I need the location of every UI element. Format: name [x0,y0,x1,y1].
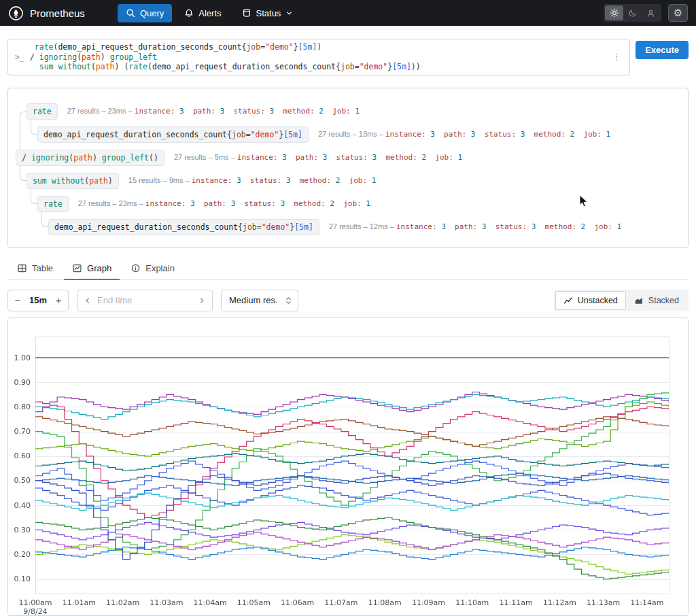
bell-icon [184,8,194,18]
nav-status-label: Status [256,8,281,18]
unstacked-label: Unstacked [578,296,618,305]
resolution-value: Medium res. [229,295,278,305]
time-back-button[interactable] [84,296,92,305]
graph-icon [72,263,82,273]
nav-item-status[interactable]: Status [234,4,302,22]
query-tree: rate27 results – 23ms – instance: 3 path… [8,88,688,247]
info-icon [130,263,141,273]
tree-node[interactable]: rate [37,196,69,212]
brand[interactable]: Prometheus [8,5,85,21]
light-theme-button[interactable] [605,5,623,20]
expression-input[interactable]: rate(demo_api_request_duration_seconds_c… [30,42,605,72]
node-stats: 27 results – 13ms – instance: 3 path: 3 … [318,130,620,139]
node-stats: 27 results – 23ms – instance: 3 path: 3 … [78,199,380,208]
graph-canvas[interactable] [8,318,688,615]
node-stats: 27 results – 12ms – instance: 3 path: 3 … [329,222,631,231]
graph-panel [7,318,689,616]
select-chevrons-icon [285,296,292,305]
sun-icon [610,8,619,18]
stacked-label: Stacked [648,296,679,305]
node-stats: 27 results – 5ms – instance: 3 path: 3 s… [174,153,471,162]
tab-graph-label: Graph [87,263,111,273]
stacked-button[interactable]: Stacked [626,291,687,310]
nav-query-label: Query [140,8,164,18]
top-navbar: Prometheus Query Alerts [0,0,696,26]
result-tabs: Table Graph Explain [7,258,689,280]
query-editor-row: >_ rate(demo_api_request_duration_second… [7,39,689,75]
area-chart-icon [634,296,644,305]
resolution-select[interactable]: Medium res. [221,290,298,311]
theme-switcher [604,4,661,22]
chevron-down-icon [285,10,293,17]
line-chart-icon [563,296,573,305]
range-input: − 15m + [7,290,69,311]
execute-button[interactable]: Execute [636,41,689,59]
search-icon [126,8,135,18]
tree-node[interactable]: demo_api_request_duration_seconds_count{… [48,219,319,235]
dark-theme-button[interactable] [623,5,642,20]
table-icon [17,263,27,273]
tree-node[interactable]: sum without(path) [27,173,119,189]
brand-title: Prometheus [30,7,85,19]
tree-node[interactable]: / ignoring(path) group_left() [16,150,164,166]
settings-button[interactable]: ⚙ [668,4,688,22]
query-editor-panel[interactable]: >_ rate(demo_api_request_duration_second… [7,39,630,75]
prometheus-logo-icon [8,5,24,21]
gear-icon: ⚙ [674,7,682,19]
end-time-picker: End time [77,290,213,311]
tab-explain-label: Explain [145,263,175,273]
nav-alerts-label: Alerts [198,8,221,18]
graph-controls: − 15m + End time Medium res. [7,290,689,311]
range-increase-button[interactable]: + [50,294,67,306]
navbar-right: ⚙ [604,4,688,22]
query-tree-panel: rate27 results – 23ms – instance: 3 path… [7,88,689,248]
tree-node[interactable]: demo_api_request_duration_seconds_count{… [37,126,309,143]
nav-items: Query Alerts Status [118,4,302,22]
user-icon [646,9,655,18]
database-icon [242,8,251,18]
auto-theme-button[interactable] [642,5,660,20]
range-decrease-button[interactable]: − [10,294,26,306]
tab-table[interactable]: Table [9,258,61,280]
tab-explain[interactable]: Explain [122,258,183,280]
prompt-icon: >_ [15,52,24,62]
tab-graph[interactable]: Graph [64,258,120,280]
editor-menu-button[interactable]: ⋮ [610,52,623,62]
moon-icon [628,9,637,18]
range-value[interactable]: 15m [26,295,50,305]
time-forward-button[interactable] [198,296,206,305]
unstacked-button[interactable]: Unstacked [555,291,626,310]
end-time-input[interactable]: End time [97,295,192,305]
node-stats: 27 results – 23ms – instance: 3 path: 3 … [67,107,369,116]
node-stats: 15 results – 9ms – instance: 3 status: 3… [128,176,385,185]
tree-node[interactable]: rate [27,103,58,120]
stacking-switcher: Unstacked Stacked [554,290,689,311]
nav-item-alerts[interactable]: Alerts [176,4,229,22]
tab-table-label: Table [32,263,53,273]
nav-item-query[interactable]: Query [118,4,172,22]
